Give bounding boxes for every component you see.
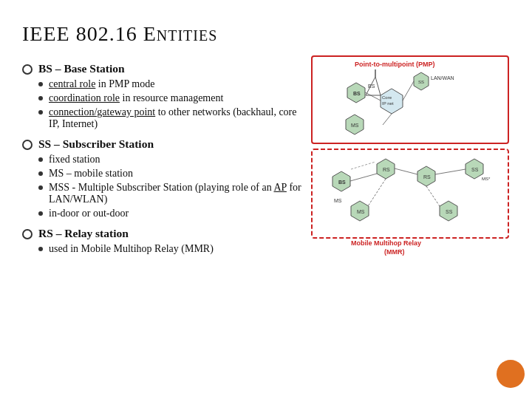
diagram-area: Point-to-multipoint (PMP) Core IP net BS… xyxy=(310,55,510,272)
svg-line-36 xyxy=(368,179,386,206)
section-bs: BS – Base Station central role in PMP mo… xyxy=(22,62,303,130)
list-item: MSS - Multiple Subscriber Station (playi… xyxy=(38,182,303,205)
text-area: BS – Base Station central role in PMP mo… xyxy=(22,62,303,272)
main-bullet-rs: RS – Relay station xyxy=(22,227,303,240)
list-item: central role in PMP mode xyxy=(38,78,303,90)
svg-line-39 xyxy=(351,162,375,169)
orange-circle-decoration xyxy=(497,360,525,388)
sub-item-text: MS – mobile station xyxy=(49,168,133,180)
sub-bullets-bs: central role in PMP mode coordination ro… xyxy=(38,78,303,130)
svg-rect-0 xyxy=(312,56,508,143)
main-bullet-bs-label: BS – Base Station xyxy=(38,62,125,75)
sub-item-text: central role in PMP mode xyxy=(49,78,154,90)
svg-text:(MMR): (MMR) xyxy=(384,248,405,256)
sub-dot xyxy=(38,82,43,86)
svg-text:MS: MS xyxy=(334,198,342,203)
bullet-circle-rs xyxy=(22,229,33,239)
page: IEEE 802.16 Entities BS – Base Station c… xyxy=(0,0,532,399)
svg-line-33 xyxy=(350,174,377,181)
svg-text:MS: MS xyxy=(351,123,359,128)
bullet-circle-ss xyxy=(22,140,33,150)
list-item: fixed station xyxy=(38,154,303,166)
svg-text:BS: BS xyxy=(338,180,346,185)
sub-dot xyxy=(38,185,43,190)
underline-text: coordination role xyxy=(49,92,120,103)
sub-item-text: used in Mobile Multihop Relay (MMR) xyxy=(49,243,214,255)
section-ss: SS – Subscriber Station fixed station MS… xyxy=(22,137,303,219)
bullet-circle-bs xyxy=(22,64,33,75)
underline-text: connection/gateway point xyxy=(49,106,155,117)
sub-bullets-rs: used in Mobile Multihop Relay (MMR) xyxy=(38,243,303,255)
svg-text:Point-to-multipoint (PMP): Point-to-multipoint (PMP) xyxy=(355,61,434,68)
list-item: used in Mobile Multihop Relay (MMR) xyxy=(38,243,303,255)
main-bullet-ss: SS – Subscriber Station xyxy=(22,137,303,151)
sub-item-text: coordination role in resource management xyxy=(49,92,223,104)
svg-text:IP net: IP net xyxy=(382,101,394,106)
sub-dot xyxy=(38,96,43,100)
main-bullet-ss-label: SS – Subscriber Station xyxy=(38,137,154,151)
network-diagram: Point-to-multipoint (PMP) Core IP net BS… xyxy=(310,55,510,269)
sub-item-text: MSS - Multiple Subscriber Station (playi… xyxy=(49,182,303,205)
svg-line-35 xyxy=(435,169,466,174)
svg-text:MS: MS xyxy=(357,209,365,214)
sub-dot xyxy=(38,211,43,216)
svg-text:Core: Core xyxy=(382,95,392,100)
sub-bullets-ss: fixed station MS – mobile station MSS - … xyxy=(38,154,303,219)
list-item: connection/gateway point to other networ… xyxy=(38,106,303,130)
svg-text:RS: RS xyxy=(383,167,390,172)
list-item: MS – mobile station xyxy=(38,168,303,180)
svg-text:BS: BS xyxy=(353,91,361,96)
main-bullet-rs-label: RS – Relay station xyxy=(38,227,129,240)
sub-dot xyxy=(38,157,43,162)
svg-line-34 xyxy=(395,168,417,174)
svg-text:RS: RS xyxy=(423,174,431,180)
svg-text:LAN/WAN: LAN/WAN xyxy=(431,75,454,81)
list-item: in-door or out-door xyxy=(38,208,303,219)
sub-item-text: connection/gateway point to other networ… xyxy=(49,106,303,130)
sub-dot xyxy=(38,171,43,176)
main-bullet-bs: BS – Base Station xyxy=(22,62,303,75)
svg-line-17 xyxy=(383,114,392,125)
content-area: BS – Base Station central role in PMP mo… xyxy=(22,62,510,272)
underline-ap: AP xyxy=(273,182,286,193)
svg-text:SS: SS xyxy=(446,209,453,214)
list-item: coordination role in resource management xyxy=(38,92,303,104)
svg-line-37 xyxy=(426,186,440,206)
svg-text:Mobile Multihop Relay: Mobile Multihop Relay xyxy=(351,239,421,247)
svg-text:MS*: MS* xyxy=(482,177,491,181)
svg-line-15 xyxy=(365,92,381,100)
section-rs: RS – Relay station used in Mobile Multih… xyxy=(22,227,303,255)
underline-text: central role xyxy=(49,78,95,89)
svg-text:SS: SS xyxy=(418,80,424,84)
sub-item-text: in-door or out-door xyxy=(49,208,129,219)
page-title: IEEE 802.16 Entities xyxy=(22,22,510,46)
sub-dot xyxy=(38,110,43,115)
sub-dot xyxy=(38,247,43,251)
svg-text:SS: SS xyxy=(471,167,479,172)
svg-line-16 xyxy=(403,81,414,100)
sub-item-text: fixed station xyxy=(49,154,100,166)
